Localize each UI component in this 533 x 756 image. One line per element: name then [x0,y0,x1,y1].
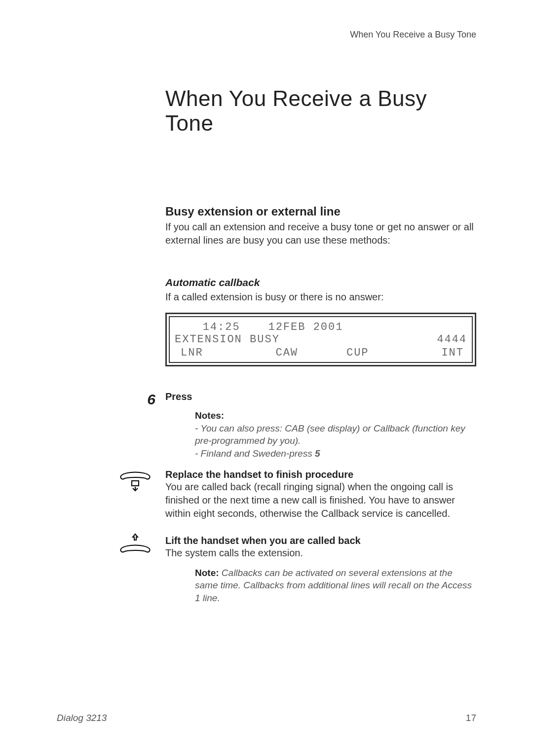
note-line-1: - You can also press: CAB (see display) … [195,422,476,447]
handset-down-icon [115,467,155,494]
step-replace-body: You are called back (recall ringing sign… [165,480,476,520]
note-line-2-prefix: - Finland and Sweden-press [195,448,315,459]
lcd-softkey-cup: CUP [322,347,393,359]
section-intro: If you call an extension and receive a b… [165,220,476,247]
step-press-title: Press [165,391,476,402]
phone-lcd-inner: 14:25 12FEB 2001 EXTENSION BUSY 4444 LNR… [169,316,473,363]
step-press: 6 Press Notes: - You can also press: CAB… [165,391,476,460]
lcd-row-status: EXTENSION BUSY 4444 [175,333,467,346]
lcd-softkey-lnr: LNR [175,347,252,359]
step-replace-title: Replace the handset to finish procedure [165,469,476,480]
lcd-softkey-caw: CAW [252,347,323,359]
lcd-status: EXTENSION BUSY [175,333,350,346]
subsection-heading: Automatic callback [165,277,476,288]
running-head: When You Receive a Busy Tone [350,30,476,40]
footer-model: Dialog 3213 [57,713,107,723]
notes-label: Notes: [195,410,224,421]
chapter-title: When You Receive a Busy Tone [165,86,476,136]
step-press-notes: Notes: - You can also press: CAB (see di… [195,409,476,460]
content-area: Busy extension or external line If you c… [165,205,476,604]
step-replace: Replace the handset to finish procedure … [165,469,476,520]
note-body: Callbacks can be activated on several ex… [195,568,472,603]
note-line-2: - Finland and Sweden-press 5 [195,447,476,460]
lcd-date: 12FEB 2001 [268,321,385,333]
handset-up-icon [115,533,155,560]
step-lift-note: Note: Callbacks can be activated on seve… [195,567,476,605]
page: When You Receive a Busy Tone When You Re… [0,0,533,756]
step-lift: Lift the handset when you are called bac… [165,535,476,605]
lcd-row-datetime: 14:25 12FEB 2001 [175,321,467,333]
key-digit-6: 6 [147,391,155,407]
phone-lcd: 14:25 12FEB 2001 EXTENSION BUSY 4444 LNR… [165,313,476,366]
key-digit-5: 5 [315,448,320,459]
step-press-key: 6 [121,391,155,408]
step-lift-title: Lift the handset when you are called bac… [165,535,476,546]
step-lift-body: The system calls the extension. [165,546,476,560]
lcd-extension: 4444 [350,333,467,346]
lcd-softkey-int: INT [393,347,467,359]
lcd-row-softkeys: LNR CAW CUP INT [175,347,467,359]
section-heading: Busy extension or external line [165,205,476,218]
note-label: Note: [195,568,219,578]
svg-rect-0 [132,481,139,486]
lcd-time: 14:25 [175,321,268,333]
footer-page-number: 17 [466,713,476,723]
subsection-intro: If a called extension is busy or there i… [165,290,476,304]
